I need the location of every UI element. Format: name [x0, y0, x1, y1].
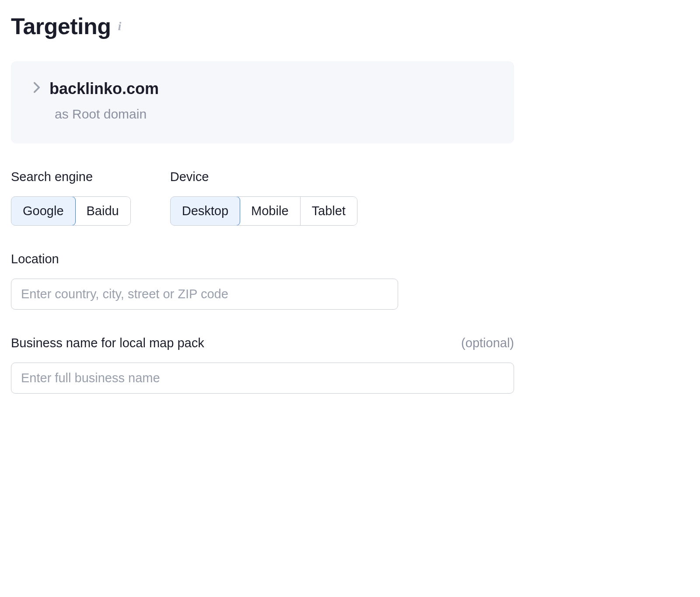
device-control: Desktop Mobile Tablet — [170, 196, 357, 226]
location-input[interactable] — [11, 279, 398, 310]
device-option-tablet[interactable]: Tablet — [301, 197, 357, 225]
search-engine-label: Search engine — [11, 170, 131, 184]
business-name-input[interactable] — [11, 363, 514, 394]
business-name-label: Business name for local map pack — [11, 336, 204, 350]
device-option-desktop[interactable]: Desktop — [170, 196, 240, 226]
search-engine-option-google[interactable]: Google — [11, 196, 76, 226]
device-label: Device — [170, 170, 357, 184]
location-label: Location — [11, 252, 514, 266]
domain-name: backlinko.com — [49, 80, 159, 98]
chevron-right-icon — [33, 81, 41, 96]
domain-card[interactable]: backlinko.com as Root domain — [11, 61, 514, 143]
page-title: Targeting — [11, 13, 111, 39]
search-engine-control: Google Baidu — [11, 196, 131, 226]
device-option-mobile[interactable]: Mobile — [240, 197, 300, 225]
domain-subtitle: as Root domain — [55, 107, 492, 122]
search-engine-option-baidu[interactable]: Baidu — [75, 197, 130, 225]
info-icon[interactable]: i — [118, 19, 122, 33]
optional-label: (optional) — [461, 336, 514, 350]
